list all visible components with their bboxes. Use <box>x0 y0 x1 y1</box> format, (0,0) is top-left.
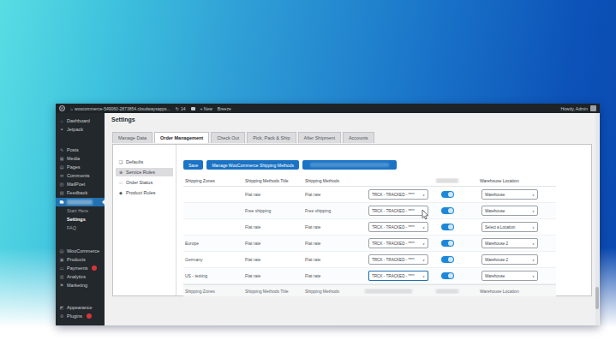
tab-check-out[interactable]: Check Out <box>211 132 245 143</box>
sidebar-item-analytics[interactable]: ▥Analytics <box>56 272 105 281</box>
tab-after-shipment[interactable]: After Shipment <box>298 132 341 143</box>
tab-manage-data[interactable]: Manage Data <box>112 132 153 143</box>
warehouse-select[interactable]: Warehouse 2∨ <box>481 238 538 248</box>
warehouse-select[interactable]: Warehouse∨ <box>481 271 538 281</box>
chevron-down-icon: ∨ <box>422 193 425 197</box>
window-scrollbar[interactable] <box>595 113 599 325</box>
header-shipping-zones: Shipping Zones <box>183 178 243 183</box>
subnav-label: Defaults <box>126 159 143 164</box>
service-value: TRCK - TRACKED - **** <box>372 258 415 262</box>
breeze-menu[interactable]: Breeze <box>218 106 231 111</box>
dashboard-icon: ⌂ <box>59 118 64 123</box>
sidebar-label: MailPoet <box>67 182 85 187</box>
sidebar-item-dashboard[interactable]: ⌂Dashboard <box>56 116 105 125</box>
sidebar-sublabel: FAQ <box>67 225 76 230</box>
sidebar-item-jetpack[interactable]: ✦Jetpack <box>56 125 105 134</box>
sidebar-item-marketing[interactable]: ⚑Marketing <box>56 281 105 289</box>
subnav-label: Product Rules <box>126 190 156 195</box>
footer-methods-title: Shipping Methods Title <box>243 289 303 294</box>
service-select[interactable]: TRCK - TRACKED - ****∨ <box>368 254 428 265</box>
service-rules-main: Save Manage WooCommerce Shipping Methods… <box>176 145 591 295</box>
updates-menu[interactable]: ↻ 14 <box>176 106 186 111</box>
enabled-toggle[interactable] <box>441 240 454 247</box>
wordpress-logo-icon[interactable]: W <box>59 105 65 111</box>
sidebar-item-products[interactable]: ▣Products <box>56 255 105 264</box>
avatar[interactable] <box>590 105 596 111</box>
scrollbar-thumb[interactable] <box>595 287 599 309</box>
manage-shipping-methods-button[interactable]: Manage WooCommerce Shipping Methods <box>206 160 299 170</box>
site-menu[interactable]: ⌂ woocommerce-549060-2873854.cloudwaysap… <box>70 106 170 111</box>
enabled-toggle[interactable] <box>441 256 454 263</box>
footer-warehouse-location: Warehouse Location <box>463 289 556 294</box>
method-cell: Flat rate <box>303 273 363 278</box>
admin-content: Settings Manage Data Order Management Ch… <box>105 113 600 325</box>
enabled-toggle[interactable] <box>441 207 454 214</box>
site-name: woocommerce-549060-2873854.cloudwaysapps… <box>75 106 170 111</box>
page-title: Settings <box>111 116 135 122</box>
warehouse-select[interactable]: Select a Location∨ <box>481 222 538 232</box>
sidebar-label: Analytics <box>67 274 86 279</box>
table-header: Shipping Zones Shipping Methods Title Sh… <box>183 176 556 187</box>
warehouse-select[interactable]: Warehouse 2∨ <box>481 254 538 265</box>
updates-count: 14 <box>181 106 186 111</box>
sidebar-label: Pages <box>67 164 81 170</box>
home-icon: ⌂ <box>70 106 73 111</box>
posts-icon: ✎ <box>59 147 64 152</box>
tab-pick-pack-ship[interactable]: Pick, Pack & Ship <box>247 132 296 143</box>
wp-admin-bar: W ⌂ woocommerce-549060-2873854.cloudways… <box>56 104 600 113</box>
sidebar-subitem-faq[interactable]: FAQ <box>56 224 105 232</box>
woocommerce-icon: Ⓦ <box>59 248 64 254</box>
service-select[interactable]: TRCK - TRACKED - ****∨ <box>368 271 428 281</box>
subnav-label: Order Status <box>126 180 153 185</box>
plugins-icon: ⚙ <box>59 313 64 319</box>
save-button[interactable]: Save <box>183 160 203 170</box>
bag-icon: ◆ <box>118 190 123 195</box>
method-title-cell: Flat rate <box>243 224 303 230</box>
sidebar-item-comments[interactable]: ✉Comments <box>56 171 105 180</box>
redacted-button[interactable] <box>302 160 397 170</box>
toolbar: Save Manage WooCommerce Shipping Methods <box>183 160 397 170</box>
warehouse-select[interactable]: Warehouse∨ <box>481 189 538 200</box>
tab-accounts[interactable]: Accounts <box>343 132 374 143</box>
enabled-toggle[interactable] <box>441 191 454 198</box>
method-cell: Flat rate <box>303 257 363 262</box>
subnav-item-defaults[interactable]: ❏Defaults <box>116 158 173 166</box>
tab-order-management[interactable]: Order Management <box>154 132 209 143</box>
sidebar-item-posts[interactable]: ✎Posts <box>56 146 105 154</box>
sidebar-item-mailpoet[interactable]: ⓂMailPoet <box>56 180 105 188</box>
sidebar-item-plugins[interactable]: ⚙Plugins <box>56 312 105 320</box>
pages-icon: ▤ <box>59 164 64 170</box>
sidebar-subitem-start-here[interactable]: Start Here <box>56 206 105 215</box>
subnav-item-product-rules[interactable]: ◆Product Rules <box>116 188 173 197</box>
subnav-item-order-status[interactable]: ∷Order Status <box>116 178 173 187</box>
service-select[interactable]: TRCK - TRACKED - ****∨ <box>368 238 428 248</box>
method-title-cell: Flat rate <box>243 241 303 246</box>
media-icon: ▦ <box>59 156 64 161</box>
enabled-toggle[interactable] <box>441 272 454 279</box>
enabled-toggle[interactable] <box>441 224 454 230</box>
service-select[interactable]: TRCK - TRACKED - ****∨ <box>368 222 428 232</box>
sidebar-item-shipping-plugin[interactable]: ⛟ <box>56 198 105 206</box>
sidebar-item-pages[interactable]: ▤Pages <box>56 163 105 171</box>
header-warehouse-location: Warehouse Location <box>463 178 556 183</box>
howdy-admin[interactable]: Howdy, Admin <box>560 106 588 111</box>
service-select[interactable]: TRCK - TRACKED - ****∨ <box>368 189 428 200</box>
table-row: Flat rate Flat rate TRCK - TRACKED - ***… <box>183 187 556 203</box>
sidebar-item-media[interactable]: ▦Media <box>56 154 105 163</box>
sidebar-label: Posts <box>67 147 79 152</box>
new-menu[interactable]: + New <box>200 106 212 111</box>
sidebar-item-payments[interactable]: ▭Payments <box>56 264 105 272</box>
comments-bubble-icon[interactable] <box>191 107 195 110</box>
chevron-down-icon: ∨ <box>422 242 425 246</box>
method-cell: Flat rate <box>303 241 363 246</box>
sidebar-item-appearance[interactable]: ◩Appearance <box>56 303 105 312</box>
settings-tabs: Manage Data Order Management Check Out P… <box>112 132 374 143</box>
sidebar-item-feedback[interactable]: ▧Feedback <box>56 188 105 197</box>
warehouse-select[interactable]: Warehouse∨ <box>481 206 538 216</box>
subnav-item-service-rules[interactable]: ⊕Service Rules <box>116 168 173 176</box>
footer-redacted-2 <box>430 289 463 294</box>
sidebar-item-woocommerce[interactable]: ⓌWooCommerce <box>56 247 105 255</box>
table-row: Free shipping Free shipping TRCK - TRACK… <box>183 203 556 219</box>
service-select[interactable]: TRCK - TRACKED - ****∨ <box>368 206 428 216</box>
sidebar-subitem-settings[interactable]: Settings <box>56 215 105 224</box>
